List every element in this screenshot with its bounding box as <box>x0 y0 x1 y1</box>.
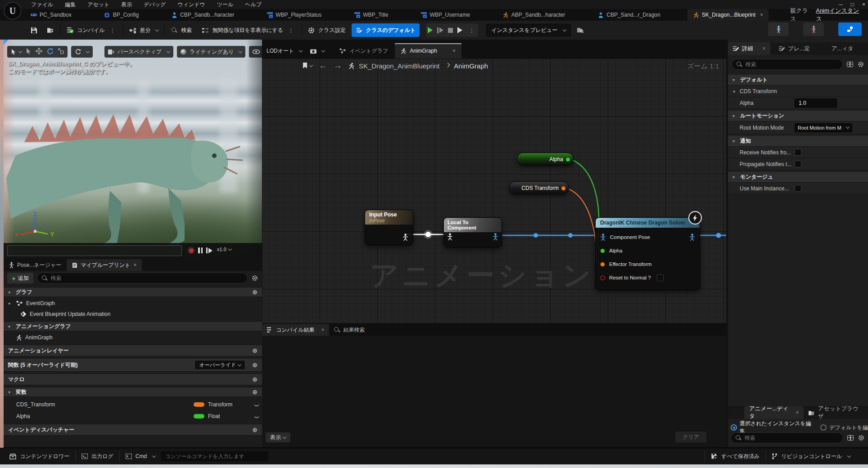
tab-asset-browser[interactable]: アセットブラウザ <box>804 406 868 419</box>
tab-bp-config[interactable]: BP_Config <box>99 9 144 21</box>
clear-button[interactable]: クリア <box>675 432 706 442</box>
tab-preview-settings[interactable]: プレ...定 <box>774 42 815 55</box>
menu-tools[interactable]: ツール <box>211 1 240 9</box>
event-update-row[interactable]: Event Blueprint Update Animation <box>4 309 262 320</box>
caret-right-icon[interactable]: ▸ <box>733 89 738 94</box>
hide-unrelated-button[interactable]: 無関係な項目を非表示にする ⋮ <box>198 23 299 37</box>
anim-panel-search-input[interactable] <box>745 435 838 441</box>
effector-transform-input-pin[interactable] <box>600 262 605 267</box>
add-graph-icon[interactable]: ⊕ <box>252 288 258 296</box>
dispatchers-section-header[interactable]: イベントディスパッチャー ⊕ <box>4 424 262 436</box>
perspective-dropdown[interactable]: パースペクティブ <box>104 46 173 58</box>
cds-transform-row[interactable]: ▸ CDS Transform <box>728 86 868 97</box>
anim-panel-search[interactable] <box>731 432 843 443</box>
variable-row-cds[interactable]: CDS_Transform Transform <box>4 399 262 410</box>
tab-animgraph[interactable]: AnimGraph × <box>395 43 461 58</box>
save-button[interactable] <box>26 23 41 37</box>
eye-closed-icon[interactable] <box>254 403 259 406</box>
tab-close-icon[interactable]: × <box>321 327 324 333</box>
console-command-input-box[interactable] <box>161 451 268 461</box>
menu-help[interactable]: ヘルプ <box>239 1 267 9</box>
alpha-input-pin[interactable] <box>600 248 605 253</box>
find-button[interactable]: 検索 <box>167 23 196 37</box>
component-pose-output-pin[interactable] <box>689 234 695 241</box>
pose-output-pin[interactable] <box>402 234 408 241</box>
content-drawer-button[interactable]: コンテンツドロワー <box>4 448 75 465</box>
add-variable-icon[interactable]: ⊕ <box>252 388 258 396</box>
hide-unrelated-options-icon[interactable]: ⋮ <box>286 27 296 34</box>
component-pose-input-pin[interactable] <box>600 234 606 241</box>
float-output-pin[interactable] <box>565 157 570 162</box>
cmd-dropdown[interactable]: Cmd <box>120 448 161 465</box>
pose-input-pin[interactable] <box>447 233 453 240</box>
step-forward-icon[interactable] <box>206 248 212 253</box>
graphs-section-header[interactable]: ▾ グラフ ⊕ <box>4 287 262 297</box>
menu-edit[interactable]: 編集 <box>59 1 81 9</box>
stop-icon[interactable] <box>448 28 453 33</box>
cursor-tool-dropdown[interactable] <box>11 49 22 55</box>
console-command-input[interactable] <box>165 454 264 459</box>
reset-checkbox[interactable] <box>657 274 664 281</box>
skeleton-button[interactable] <box>768 22 789 36</box>
tab-anim-editor-panel[interactable]: アニメー...ディタ × <box>744 406 804 419</box>
root-motion-mode-dropdown[interactable]: Root Motion from M <box>795 123 852 132</box>
variables-section-header[interactable]: ▾ 変数 ⊕ <box>4 387 262 397</box>
menu-asset[interactable]: アセット <box>81 1 115 9</box>
receive-notifies-checkbox[interactable] <box>795 149 801 156</box>
revision-control-button[interactable]: リビジョンコントロール <box>766 448 856 465</box>
macros-section-header[interactable]: マクロ ⊕ <box>4 374 262 385</box>
graph-canvas[interactable]: ← → SK_Dragon_AnimBlueprint AnimGraph ズー… <box>262 58 726 323</box>
eventgraph-row[interactable]: ▾ EventGraph <box>4 298 262 309</box>
simulate-icon[interactable] <box>457 27 462 33</box>
variable-row-alpha[interactable]: Alpha Float <box>4 410 262 422</box>
tab-pose-manager[interactable]: Pose...ネージャー <box>4 259 67 271</box>
alpha-value-field[interactable]: 1.0 <box>795 99 837 108</box>
tab-wbp-username[interactable]: WBP_Username <box>415 9 475 21</box>
my-blueprint-search[interactable] <box>37 273 248 284</box>
save-status-button[interactable]: すべて保存済み <box>705 448 765 465</box>
functions-section-header[interactable]: 関数 (5 オーバーライド可能) オーバーライド ⊕ <box>4 358 262 372</box>
lod-auto-button[interactable]: LODオート <box>263 45 306 57</box>
display-filter-icon[interactable] <box>847 435 854 441</box>
default-category-header[interactable]: ▾ デフォルト <box>728 75 868 86</box>
root-motion-category-header[interactable]: ▾ ルートモーション <box>728 111 868 122</box>
frame-skip-icon[interactable] <box>437 27 443 33</box>
reset-bool-input-pin[interactable] <box>600 275 605 280</box>
add-dispatcher-icon[interactable]: ⊕ <box>252 426 258 433</box>
filter-gear-icon[interactable] <box>251 274 258 282</box>
debug-filter-icon[interactable] <box>576 27 583 34</box>
tab-close-icon[interactable]: × <box>133 262 136 268</box>
component-pose-output-pin[interactable] <box>493 233 498 240</box>
tab-my-blueprint[interactable]: マイブループリント × <box>67 259 142 271</box>
node-dragonik-solver[interactable]: DragonIK Chinese Dragon Solver Component… <box>595 217 700 290</box>
blueprint-button-active[interactable] <box>838 22 862 36</box>
rotate-tool-icon[interactable] <box>47 48 54 56</box>
preview-instance-dropdown[interactable]: インスタンスをプレビュー <box>486 24 571 36</box>
tab-wbp-playerstatus[interactable]: WBP_PlayerStatus <box>261 9 327 21</box>
add-macro-icon[interactable]: ⊕ <box>252 376 258 383</box>
edit-selected-instance-radio[interactable] <box>731 424 737 431</box>
tab-details[interactable]: 詳細 × <box>728 42 770 55</box>
node-alpha-variable[interactable]: Alpha <box>517 153 574 166</box>
pause-icon[interactable] <box>198 248 203 253</box>
settings-gear-icon[interactable] <box>858 434 865 441</box>
details-search-input[interactable] <box>746 61 838 68</box>
anim-layers-section-header[interactable]: アニメーションレイヤー ⊕ <box>4 345 262 356</box>
propagate-notifies-checkbox[interactable] <box>795 161 801 167</box>
tab-anim-editor[interactable]: ア...ィタ <box>827 42 859 55</box>
compile-options-icon[interactable]: ⋮ <box>108 27 117 34</box>
my-blueprint-search-input[interactable] <box>51 275 243 281</box>
menu-debug[interactable]: デバッグ <box>138 1 172 9</box>
tab-close-icon[interactable]: × <box>762 45 765 52</box>
show-filter-dropdown[interactable]: 表示 <box>266 432 290 442</box>
tab-eventgraph[interactable]: イベントグラフ <box>334 43 394 58</box>
lit-mode-dropdown[interactable]: ライティングあり <box>177 46 245 58</box>
tab-close-icon[interactable]: × <box>452 48 456 54</box>
tab-compile-results[interactable]: コンパイル結果 × <box>262 324 329 336</box>
tab-find-results[interactable]: 結果検索 <box>329 324 370 336</box>
anim-graphs-section-header[interactable]: ▾ アニメーショングラフ <box>4 321 262 331</box>
browse-asset-button[interactable] <box>43 23 59 37</box>
add-button[interactable]: ⊕ + 追加 <box>7 273 33 284</box>
play-options-icon[interactable]: ⋮ <box>467 27 476 34</box>
playback-speed-dropdown[interactable]: x1.0 <box>217 247 231 252</box>
